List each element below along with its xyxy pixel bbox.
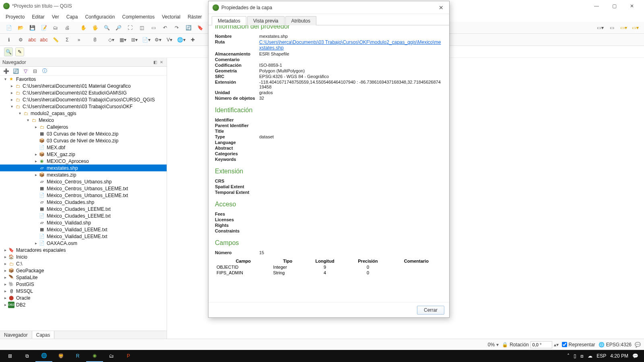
raster-icon[interactable]: ▦▾	[118, 35, 128, 45]
tree-item-selected[interactable]: mexstates.shp	[47, 165, 78, 171]
filter-icon[interactable]: ▽	[22, 68, 29, 75]
tree-item[interactable]: Inicio	[16, 254, 27, 260]
tree-item[interactable]: C:\Users\herca\Documents\01 Material Geo…	[23, 83, 131, 89]
tray-time[interactable]: 4:20 PM	[610, 353, 628, 359]
zoom-out-icon[interactable]: 🔎	[114, 23, 123, 33]
tab-metadatos[interactable]: Metadatos	[212, 16, 246, 25]
rstudio-icon[interactable]: R	[69, 350, 86, 362]
refresh-icon[interactable]: 🔄	[184, 23, 193, 33]
tree-item[interactable]: México_Centros_Urbanos_LEEME.txt	[47, 186, 128, 191]
save-as-icon[interactable]: 📝	[39, 23, 49, 33]
tab-capas[interactable]: Capas	[32, 331, 55, 339]
tree-item[interactable]: 03 Curvas de Nivel de México.zip	[47, 138, 118, 144]
tree-item[interactable]: México_Centros_Urbanos.shp	[47, 179, 111, 185]
expand-icon[interactable]: »	[74, 35, 84, 45]
panel-close-icon[interactable]: ✕	[159, 60, 164, 65]
explorer-icon[interactable]: 🗂	[103, 350, 120, 362]
pan-icon[interactable]: ✋	[78, 23, 88, 33]
tab-atributos[interactable]: Atributos	[285, 16, 316, 25]
brave-icon[interactable]: 🦁	[52, 350, 69, 362]
dialog-body[interactable]: Información del proveedor Nombremexstate…	[208, 25, 449, 302]
properties-icon[interactable]: ⓘ	[41, 68, 48, 75]
virtual-icon[interactable]: V▾	[165, 35, 174, 45]
tree-item[interactable]: México_Ciudades_LEEME.txt	[47, 206, 111, 212]
refresh-browser-icon[interactable]: 🔄	[12, 68, 19, 75]
select-location-icon[interactable]: ▭▾	[619, 23, 628, 33]
tree-item[interactable]: C:\Users\herca\Documents\03 Trabajo\Curs…	[23, 104, 132, 109]
tab-navegador[interactable]: Navegador	[0, 331, 32, 339]
abc2-icon[interactable]: abc	[39, 35, 49, 45]
delim-icon[interactable]: 📄▾	[141, 35, 151, 45]
zoom-selection-icon[interactable]: ◫	[137, 23, 147, 33]
collapse-icon[interactable]: ⊟	[31, 68, 39, 75]
tray-lang[interactable]: ESP	[597, 353, 606, 359]
prov-ruta-link[interactable]: C:\Users\herca\Documents\03 Trabajo\Curs…	[259, 39, 441, 51]
menu-complementos[interactable]: Complementos	[119, 13, 158, 21]
new-project-icon[interactable]: 📄	[4, 23, 14, 33]
zoom-full-icon[interactable]: ⛶	[125, 23, 135, 33]
menu-raster[interactable]: Ráster	[184, 13, 205, 21]
quick-osm-icon[interactable]: 🔍	[4, 47, 13, 56]
vector-icon[interactable]: ◇▾	[106, 35, 116, 45]
tree-item[interactable]: MEX_gaz.zip	[47, 152, 75, 157]
menu-vectorial[interactable]: Vectorial	[159, 13, 184, 21]
tree-item[interactable]: C:\Users\herca\Documents\03 Trabajo\Curs…	[23, 97, 155, 103]
tree-item[interactable]: MSSQL	[16, 288, 33, 294]
mesh-icon[interactable]: ⊞▾	[130, 35, 139, 45]
tree-item[interactable]: Mexico	[39, 117, 54, 123]
windows-start-icon[interactable]: ⊞	[2, 350, 19, 362]
abc-icon[interactable]: abc	[27, 35, 37, 45]
tray-notifications-icon[interactable]: 💬	[632, 353, 638, 359]
zoom-next-icon[interactable]: ↷	[172, 23, 182, 33]
tree-item[interactable]: Oracle	[16, 295, 30, 301]
tree-item[interactable]: México_Ciudades.shp	[47, 200, 94, 205]
tree-item[interactable]: MEXICO_Aproceso	[47, 158, 89, 164]
rotation-input[interactable]	[530, 341, 552, 348]
tree-item[interactable]: mexstates.zip	[47, 172, 76, 178]
tray-cloud-icon[interactable]: ☁	[588, 353, 592, 359]
tree-item[interactable]: SpatiaLite	[16, 275, 37, 280]
measure-icon[interactable]: 📏	[51, 35, 60, 45]
tree-item[interactable]: México_Vialidad_LEEME.txt	[47, 227, 107, 232]
tree-item[interactable]: PostGIS	[16, 282, 34, 287]
select-value-icon[interactable]: ▭▾	[630, 23, 640, 33]
deselect-icon[interactable]: ▭	[607, 23, 617, 33]
tray-battery-icon[interactable]: ▯	[574, 353, 576, 359]
tab-vistaprevia[interactable]: Vista previa	[247, 16, 284, 25]
tray-chevron-icon[interactable]: ˄	[567, 353, 570, 359]
tray-dropbox-icon[interactable]: ⧈	[580, 353, 584, 359]
tree-favoritos[interactable]: Favoritos	[16, 76, 36, 82]
maximize-button[interactable]: ▢	[605, 0, 623, 12]
tree-item[interactable]: DB2	[16, 302, 25, 308]
menu-proyecto[interactable]: Proyecto	[2, 13, 28, 21]
identify-icon[interactable]: ℹ	[4, 35, 14, 45]
cog-icon[interactable]: ⚙▾	[153, 35, 163, 45]
quick-edit-icon[interactable]: ✎	[15, 47, 24, 56]
composer-icon[interactable]: 🖨	[62, 23, 72, 33]
tree-item[interactable]: modulo2_capas_qgis	[31, 111, 76, 116]
tree-item[interactable]: MEX.dbf	[47, 145, 65, 150]
dialog-close-icon[interactable]: ✕	[437, 3, 445, 12]
messages-icon[interactable]: 💬	[635, 342, 641, 348]
tree-item[interactable]: C:\	[16, 261, 22, 267]
save-project-icon[interactable]: 💾	[27, 23, 37, 33]
browser-tree[interactable]: ▾★Favoritos ▸🗀C:\Users\herca\Documents\0…	[0, 76, 167, 331]
qgis-task-icon[interactable]: ◉	[86, 350, 103, 362]
open-project-icon[interactable]: 📂	[16, 23, 25, 33]
tree-item[interactable]: Callejeros	[47, 124, 68, 130]
tree-item[interactable]: C:\Users\herca\Documents\02 Estudio\GAM\…	[23, 90, 127, 96]
menu-ver[interactable]: Ver	[49, 13, 62, 21]
zoom-in-icon[interactable]: 🔍	[102, 23, 111, 33]
pan-selection-icon[interactable]: 🖐	[90, 23, 100, 33]
tree-item[interactable]: OAXACA.osm	[47, 241, 77, 246]
close-button[interactable]: ✕	[623, 0, 641, 12]
task-view-icon[interactable]: ⧉	[19, 350, 35, 362]
layout-manager-icon[interactable]: 🗂	[51, 23, 60, 33]
crs-label[interactable]: EPSG:4326	[606, 342, 632, 348]
add-layer-icon[interactable]: ➕	[2, 68, 10, 75]
new-bookmark-icon[interactable]: 🔖	[195, 23, 205, 33]
wfs-icon[interactable]: ✚	[188, 35, 198, 45]
lock-icon[interactable]: 🔒	[502, 342, 508, 348]
tree-item[interactable]: México_Ciudades_LEEME.txt	[47, 213, 111, 219]
statistics-icon[interactable]: Σ	[62, 35, 72, 45]
